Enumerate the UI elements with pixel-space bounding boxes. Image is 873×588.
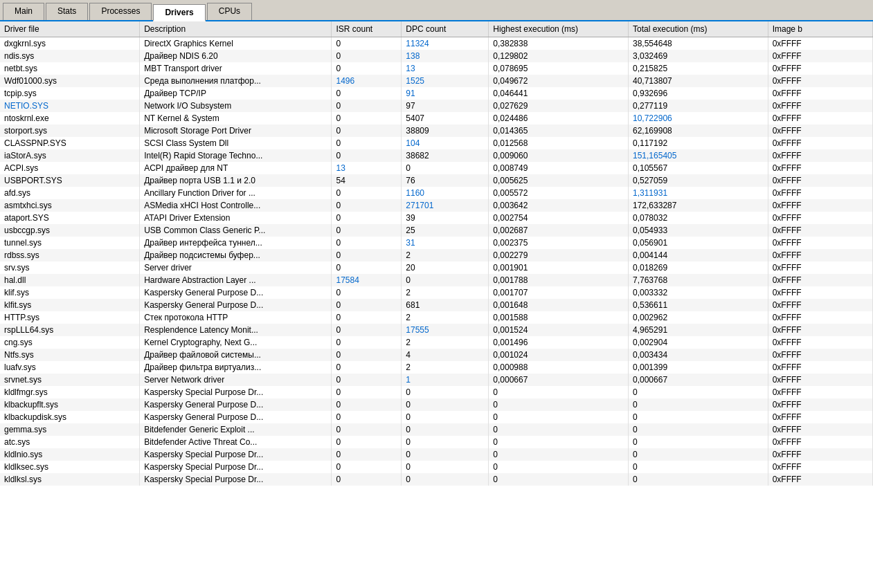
table-row[interactable]: kldlksl.sysKaspersky Special Purpose Dr.… [0,473,873,486]
cell-total: 0 [629,423,768,436]
col-header-total-execution-(ms): Total execution (ms) [629,21,768,37]
cell-driver: usbccgp.sys [0,224,140,237]
table-row[interactable]: CLASSPNP.SYSSCSI Class System Dll01040,0… [0,137,873,149]
table-row[interactable]: kldlnio.sysKaspersky Special Purpose Dr.… [0,448,873,461]
table-row[interactable]: storport.sysMicrosoft Storage Port Drive… [0,125,873,137]
cell-isr: 0 [332,212,402,224]
cell-image: 0xFFFF [768,87,872,100]
table-row[interactable]: klbackupflt.sysKaspersky General Purpose… [0,398,873,411]
table-row[interactable]: tunnel.sysДрайвер интерфейса туннел...03… [0,237,873,249]
cell-dpc: 0 [402,461,489,473]
cell-driver: kldlksec.sys [0,461,140,473]
table-row[interactable]: cng.sysKernel Cryptography, Next G...020… [0,336,873,349]
table-row[interactable]: hal.dllHardware Abstraction Layer ...175… [0,274,873,286]
table-row[interactable]: iaStorA.sysIntel(R) Rapid Storage Techno… [0,149,873,162]
cell-highest: 0,003642 [489,199,629,212]
cell-image: 0xFFFF [768,261,872,274]
cell-dpc: 2 [402,249,489,261]
cell-total: 0,215825 [629,62,768,75]
table-row[interactable]: klif.sysKaspersky General Purpose D...02… [0,286,873,299]
cell-driver: cng.sys [0,336,140,349]
cell-dpc: 138 [402,50,489,62]
cell-isr: 0 [332,423,402,436]
cell-total: 0,527059 [629,174,768,187]
cell-isr: 0 [332,199,402,212]
cell-desc: Kaspersky Special Purpose Dr... [140,386,332,398]
table-row[interactable]: gemma.sysBitdefender Generic Exploit ...… [0,423,873,436]
cell-dpc: 0 [402,436,489,448]
cell-driver: klfit.sys [0,299,140,311]
cell-highest: 0,002687 [489,224,629,237]
cell-dpc: 2 [402,286,489,299]
table-row[interactable]: srv.sysServer driver0200,0019010,0182690… [0,261,873,274]
cell-image: 0xFFFF [768,187,872,199]
table-row[interactable]: tcpip.sysДрайвер TCP/IP0910,0464410,9326… [0,87,873,100]
cell-driver: kldlksl.sys [0,473,140,486]
table-row[interactable]: ntoskrnl.exeNT Kernel & System054070,024… [0,112,873,125]
col-header-dpc-count: DPC count [402,21,489,37]
cell-image: 0xFFFF [768,374,872,386]
table-row[interactable]: klbackupdisk.sysKaspersky General Purpos… [0,411,873,423]
cell-total: 0 [629,461,768,473]
tab-cpus[interactable]: CPUs [207,3,252,20]
table-row[interactable]: klfit.sysKaspersky General Purpose D...0… [0,299,873,311]
cell-isr: 0 [332,249,402,261]
cell-desc: USB Common Class Generic P... [140,224,332,237]
table-row[interactable]: HTTP.sysСтек протокола HTTP020,0015880,0… [0,311,873,324]
cell-driver: USBPORT.SYS [0,174,140,187]
table-row[interactable]: USBPORT.SYSДрайвер порта USB 1.1 и 2.054… [0,174,873,187]
cell-highest: 0,001524 [489,324,629,336]
tab-main[interactable]: Main [3,3,44,20]
cell-dpc: 4 [402,349,489,361]
cell-desc: Драйвер файловой системы... [140,349,332,361]
table-row[interactable]: atc.sysBitdefender Active Threat Co...00… [0,436,873,448]
cell-image: 0xFFFF [768,249,872,261]
cell-dpc: 25 [402,224,489,237]
table-row[interactable]: netbt.sysMBT Transport driver0130,078695… [0,62,873,75]
cell-isr: 0 [332,100,402,112]
table-row[interactable]: ataport.SYSATAPI Driver Extension0390,00… [0,212,873,224]
cell-dpc: 11324 [402,37,489,50]
table-row[interactable]: Wdf01000.sysСреда выполнения платфор...1… [0,75,873,87]
cell-image: 0xFFFF [768,436,872,448]
table-row[interactable]: rspLLL64.sysResplendence Latency Monit..… [0,324,873,336]
tab-processes[interactable]: Processes [89,3,152,20]
table-row[interactable]: ndis.sysДрайвер NDIS 6.2001380,1298023,0… [0,50,873,62]
cell-driver: ndis.sys [0,50,140,62]
table-row[interactable]: dxgkrnl.sysDirectX Graphics Kernel011324… [0,37,873,50]
cell-driver: rspLLL64.sys [0,324,140,336]
cell-isr: 17584 [332,274,402,286]
cell-image: 0xFFFF [768,162,872,174]
cell-desc: Драйвер фильтра виртуализ... [140,361,332,374]
cell-isr: 0 [332,361,402,374]
tab-drivers[interactable]: Drivers [153,4,205,21]
table-row[interactable]: srvnet.sysServer Network driver010,00066… [0,374,873,386]
cell-driver: Wdf01000.sys [0,75,140,87]
table-row[interactable]: usbccgp.sysUSB Common Class Generic P...… [0,224,873,237]
table-row[interactable]: kldlksec.sysKaspersky Special Purpose Dr… [0,461,873,473]
cell-isr: 0 [332,224,402,237]
cell-highest: 0 [489,398,629,411]
cell-driver: NETIO.SYS [0,100,140,112]
table-row[interactable]: rdbss.sysДрайвер подсистемы буфер...020,… [0,249,873,261]
cell-isr: 1496 [332,75,402,87]
cell-driver: hal.dll [0,274,140,286]
cell-image: 0xFFFF [768,199,872,212]
table-row[interactable]: kldlfmgr.sysKaspersky Special Purpose Dr… [0,386,873,398]
table-row[interactable]: luafv.sysДрайвер фильтра виртуализ...020… [0,361,873,374]
table-row[interactable]: Ntfs.sysДрайвер файловой системы...040,0… [0,349,873,361]
cell-desc: Resplendence Latency Monit... [140,324,332,336]
tab-stats[interactable]: Stats [46,3,88,20]
cell-desc: Bitdefender Generic Exploit ... [140,423,332,436]
cell-isr: 54 [332,174,402,187]
cell-image: 0xFFFF [768,50,872,62]
cell-total: 0 [629,386,768,398]
table-row[interactable]: NETIO.SYSNetwork I/O Subsystem0970,02762… [0,100,873,112]
cell-total: 0,117192 [629,137,768,149]
cell-desc: Bitdefender Active Threat Co... [140,436,332,448]
table-row[interactable]: afd.sysAncillary Function Driver for ...… [0,187,873,199]
col-header-image-b: Image b [768,21,872,37]
cell-highest: 0,000988 [489,361,629,374]
table-row[interactable]: asmtxhci.sysASMedia xHCI Host Controlle.… [0,199,873,212]
table-row[interactable]: ACPI.sysACPI драйвер для NT1300,0087490,… [0,162,873,174]
